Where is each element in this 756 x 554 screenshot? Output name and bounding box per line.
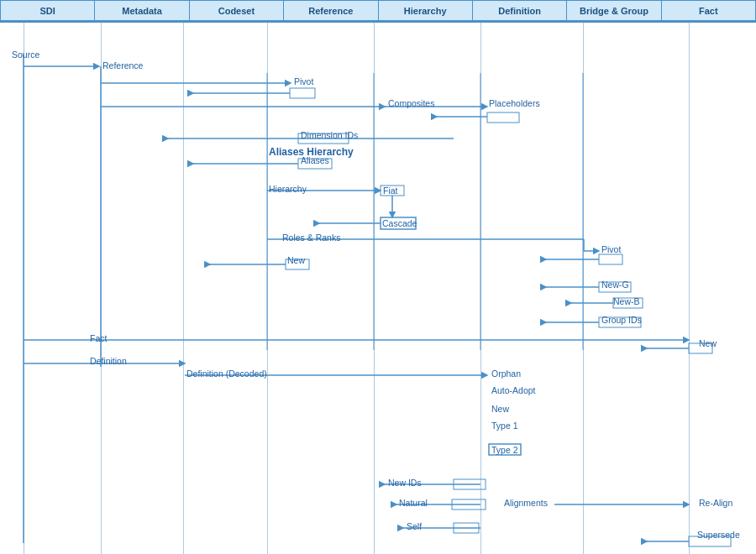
tab-codeset[interactable]: Codeset [189, 0, 283, 21]
svg-rect-9 [487, 112, 519, 123]
aliases-hierarchy-label: Aliases Hierarchy [269, 146, 354, 158]
pivot2-label: Pivot [601, 244, 621, 254]
tab-bridge-group[interactable]: Bridge & Group [566, 0, 660, 21]
composites-label: Composites [388, 98, 434, 108]
tab-fact[interactable]: Fact [661, 0, 756, 21]
cascade-label: Cascade [382, 218, 417, 228]
supersede-label: Supersede [697, 530, 740, 540]
dimension-ids-label: Dimension IDs [301, 130, 358, 140]
new-ids-label: New IDs [388, 478, 422, 488]
roles-ranks-label: Roles & Ranks [282, 233, 340, 243]
re-align-label: Re-Align [699, 498, 732, 508]
reference-label: Reference [102, 60, 143, 71]
new3-label: New [491, 404, 509, 414]
auto-adopt-label: Auto-Adopt [491, 385, 536, 395]
group-ids-label: Group IDs [601, 315, 642, 325]
svg-rect-46 [454, 523, 479, 533]
lane-line-3 [267, 23, 268, 554]
tab-hierarchy[interactable]: Hierarchy [378, 0, 472, 21]
tab-definition[interactable]: Definition [472, 0, 566, 21]
alignments-label: Alignments [504, 498, 548, 508]
fact-label: Fact [90, 333, 107, 343]
definition-label: Definition [90, 356, 127, 366]
tab-sdi[interactable]: SDI [0, 0, 94, 21]
new2-label: New [699, 338, 717, 348]
orphan-label: Orphan [491, 368, 521, 379]
self-label: Self [407, 521, 422, 531]
header: SDI Metadata Codeset Reference Hierarchy… [0, 0, 756, 23]
lane-line-5 [480, 23, 481, 554]
new1-label: New [287, 255, 305, 265]
arrows-svg [0, 23, 756, 554]
tab-reference[interactable]: Reference [283, 0, 377, 21]
lane-line-0 [24, 23, 24, 554]
lane-line-7 [689, 23, 690, 554]
definition-decoded-label: Definition (Decoded) [186, 368, 267, 379]
lane-line-4 [374, 23, 375, 554]
diagram: Source Reference Pivot Composites Placeh… [0, 23, 756, 554]
svg-rect-26 [599, 254, 622, 264]
new-g-label: New-G [601, 280, 629, 290]
pivot1-label: Pivot [294, 76, 313, 86]
natural-label: Natural [399, 498, 428, 508]
new-b-label: New-B [613, 296, 640, 306]
hierarchy-label: Hierarchy [269, 184, 307, 194]
placeholders-label: Placeholders [489, 98, 540, 108]
fiat-label: Fiat [383, 186, 398, 196]
type2-label: Type 2 [491, 445, 518, 455]
source-label: Source [12, 50, 39, 60]
tab-metadata[interactable]: Metadata [94, 0, 188, 21]
type1-label: Type 1 [491, 421, 518, 431]
lane-line-6 [583, 23, 584, 554]
lane-line-2 [183, 23, 184, 554]
lane-line-1 [101, 23, 102, 554]
svg-rect-5 [290, 88, 315, 98]
